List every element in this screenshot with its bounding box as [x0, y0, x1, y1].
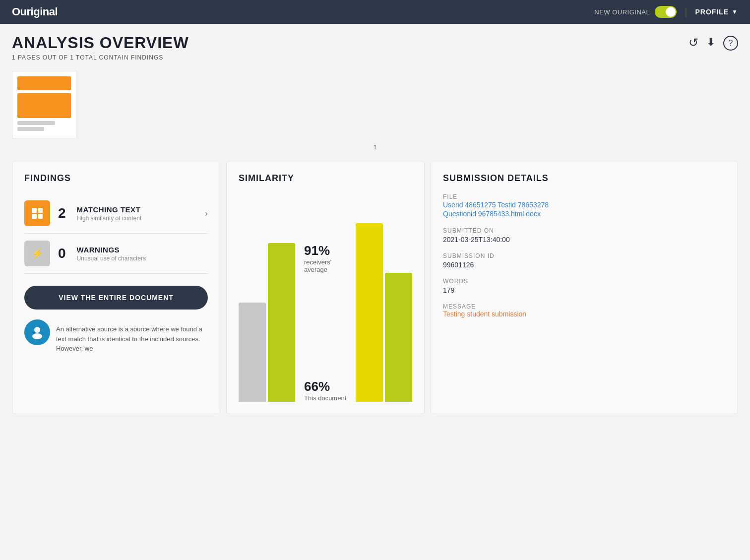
grid-icon: [32, 208, 43, 219]
receivers-gray-bar: [239, 303, 266, 402]
submission-panel: SUBMISSION DETAILS FILE Userid 48651275 …: [431, 161, 738, 414]
header-divider: |: [685, 6, 687, 18]
words-value: 179: [443, 286, 726, 294]
svg-point-1: [32, 333, 42, 339]
doc-bar-2: [17, 93, 71, 118]
chart-labels: 91% receivers' average 66% This document: [299, 243, 352, 402]
logo: Ouriginal: [12, 5, 58, 18]
svg-point-0: [34, 327, 40, 333]
matching-text-desc: High similarity of content: [77, 215, 197, 222]
warnings-info: WARNINGS Unusual use of characters: [77, 246, 208, 262]
view-document-button[interactable]: VIEW THE ENTIRE DOCUMENT: [24, 286, 208, 310]
top-icons: ↺ ⬇ ?: [688, 36, 738, 51]
header-right: NEW OURIGINAL | PROFILE ▼: [594, 6, 738, 18]
file-link-2[interactable]: Questionid 96785433.html.docx: [443, 210, 541, 218]
download-icon[interactable]: ⬇: [706, 36, 715, 51]
doc-bar-1: [17, 76, 71, 90]
matching-text-icon: [24, 200, 50, 226]
header: Ouriginal NEW OURIGINAL | PROFILE ▼: [0, 0, 750, 24]
message-label: MESSAGE: [443, 303, 726, 310]
note-avatar: [24, 319, 50, 345]
doc-yellow-bar: [356, 223, 383, 402]
file-label: FILE: [443, 193, 726, 200]
findings-note-area: An alternative source is a source where …: [24, 319, 208, 354]
bottom-panels: FINDINGS 2 MATCHING TEXT High similarity…: [12, 161, 738, 414]
submission-id-value: 99601126: [443, 261, 726, 269]
matching-text-item: 2 MATCHING TEXT High similarity of conte…: [24, 193, 208, 234]
matching-text-info: MATCHING TEXT High similarity of content: [77, 205, 197, 222]
document-thumbnail: [12, 71, 76, 138]
receivers-olive-bar: [268, 243, 295, 402]
doc-line-2: [17, 127, 44, 131]
words-label: WORDS: [443, 278, 726, 285]
message-value: Testing student submission: [443, 310, 726, 318]
matching-text-label: MATCHING TEXT: [77, 205, 197, 214]
receivers-avg-pct: 91%: [304, 243, 347, 258]
document-pct: 66%: [304, 379, 346, 394]
matching-text-chevron-icon[interactable]: ›: [205, 208, 208, 219]
findings-title: FINDINGS: [24, 173, 208, 184]
file-link-1[interactable]: Userid 48651275 Testid 78653278: [443, 201, 549, 209]
page-content: ANALYSIS OVERVIEW 1 PAGES OUT OF 1 TOTAL…: [0, 24, 750, 424]
receivers-avg-group: 91% receivers' average: [304, 243, 347, 273]
matching-text-count: 2: [58, 205, 66, 221]
findings-panel: FINDINGS 2 MATCHING TEXT High similarity…: [12, 161, 220, 414]
document-label: This document: [304, 394, 346, 402]
similarity-panel: SIMILARITY 91% receivers' average: [226, 161, 425, 414]
help-icon[interactable]: ?: [723, 36, 738, 51]
document-bars: [356, 223, 412, 402]
warnings-label: WARNINGS: [77, 246, 208, 254]
receivers-avg-label: receivers' average: [304, 258, 347, 273]
subtitle: 1 PAGES OUT OF 1 TOTAL CONTAIN FINDINGS: [12, 54, 189, 61]
profile-label: PROFILE: [695, 8, 729, 16]
page-title: ANALYSIS OVERVIEW: [12, 34, 189, 52]
warnings-icon: ⚡: [24, 241, 50, 266]
warnings-desc: Unusual use of characters: [77, 255, 208, 262]
person-icon: [30, 325, 44, 339]
doc-olive-bar: [385, 273, 412, 402]
warnings-count: 0: [58, 246, 66, 261]
doc-page-number: 1: [12, 143, 738, 151]
new-ouriginal-label: NEW OURIGINAL: [594, 8, 650, 16]
submission-id-label: SUBMISSION ID: [443, 252, 726, 259]
warnings-item: ⚡ 0 WARNINGS Unusual use of characters: [24, 234, 208, 274]
similarity-chart: 91% receivers' average 66% This document: [239, 193, 412, 402]
new-ouriginal-toggle[interactable]: [655, 6, 677, 18]
refresh-icon[interactable]: ↺: [688, 36, 698, 51]
submitted-on-value: 2021-03-25T13:40:00: [443, 236, 726, 244]
new-ouriginal-toggle-area: NEW OURIGINAL: [594, 6, 677, 18]
chevron-down-icon: ▼: [732, 8, 738, 15]
similarity-title: SIMILARITY: [239, 173, 412, 184]
submitted-on-label: SUBMITTED ON: [443, 227, 726, 234]
findings-note-text: An alternative source is a source where …: [56, 324, 208, 354]
lightning-icon: ⚡: [31, 248, 44, 259]
doc-line-1: [17, 121, 55, 125]
submission-title: SUBMISSION DETAILS: [443, 173, 726, 184]
receivers-bars: [239, 243, 295, 402]
profile-menu[interactable]: PROFILE ▼: [695, 8, 738, 16]
document-pct-group: 66% This document: [304, 379, 346, 402]
